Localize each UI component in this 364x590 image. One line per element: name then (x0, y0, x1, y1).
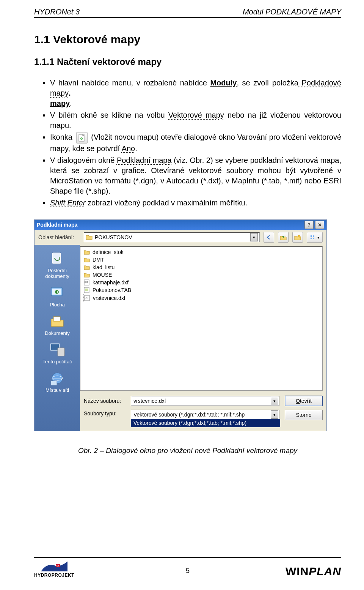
list-item: Shift Enter zobrazí vložený podklad v ma… (50, 198, 341, 208)
folder-icon (83, 271, 90, 278)
filename-input[interactable]: vrstevnice.dxf ▾ (131, 396, 279, 406)
page-number: 5 (186, 567, 190, 575)
help-button[interactable]: ? (304, 221, 314, 229)
list-item[interactable]: MOUSE (83, 271, 319, 279)
list-item: V hlavní nabídce menu, v rozbalené nabíd… (50, 78, 341, 109)
list-item: Ikonka (Vložit novou mapu) otevře dialog… (50, 132, 341, 154)
dxf-file-icon: DXF (84, 295, 91, 301)
filetype-dropdown-list[interactable]: Vektorové soubory (*.dgn;*.dxf;*.tab; *.… (131, 419, 280, 427)
lookin-label: Oblast hledání: (38, 234, 80, 240)
folder-icon (83, 264, 90, 271)
svg-rect-6 (313, 235, 314, 237)
new-folder-button[interactable] (292, 232, 303, 243)
list-item[interactable]: Pokustonov.TAB (83, 286, 319, 294)
list-item[interactable]: DMT (83, 256, 319, 263)
svg-rect-8 (313, 238, 314, 239)
header-right: Modul PODKLADOVÉ MAPY (243, 8, 341, 16)
svg-text:DXF: DXF (85, 297, 89, 299)
place-network[interactable]: Místa v síti (37, 367, 78, 395)
filetype-option[interactable]: Vektorové soubory (*.dgn;*.dxf;*.tab; *.… (131, 419, 280, 427)
close-button[interactable]: ✕ (315, 221, 324, 229)
svg-point-4 (298, 235, 300, 237)
list-item[interactable]: klad_listu (83, 263, 319, 271)
header-left: HYDRONet 3 (34, 8, 80, 16)
svg-rect-7 (311, 238, 312, 239)
list-item: V dialogovém okně Podkladní mapa (viz. O… (50, 155, 341, 196)
file-open-dialog: Podkladní mapa ? ✕ Oblast hledání: POKUS… (34, 219, 327, 431)
desktop-icon (49, 285, 66, 300)
chevron-down-icon[interactable]: ▾ (271, 397, 278, 405)
tab-file-icon (83, 287, 90, 293)
computer-icon (49, 342, 66, 357)
places-bar: Poslední dokumenty Plocha Dokumenty (35, 245, 80, 431)
chevron-down-icon[interactable]: ▾ (271, 410, 278, 419)
network-icon (49, 371, 66, 386)
svg-rect-25 (85, 289, 88, 291)
view-menu-button[interactable]: ▾ (307, 232, 323, 243)
heading-1-1: 1.1 Vektorové mapy (34, 33, 341, 46)
heading-1-1-1: 1.1.1 Načtení vektorové mapy (34, 57, 341, 67)
list-item[interactable]: definice_stok (83, 248, 319, 256)
up-one-level-button[interactable] (278, 232, 289, 243)
dialog-toolbar: Oblast hledání: POKUSTONOV ▾ ▾ (35, 230, 326, 245)
logo-icon: cz (41, 560, 67, 573)
figure-caption: Obr. 2 – Dialogové okno pro vložení nové… (34, 446, 341, 455)
new-map-icon (76, 132, 88, 144)
file-list[interactable]: definice_stok DMT klad_listu MOUSE (80, 246, 323, 391)
filename-label: Název souboru: (84, 398, 126, 404)
svg-rect-21 (51, 381, 57, 385)
chevron-down-icon[interactable]: ▾ (250, 233, 258, 241)
cancel-button[interactable]: Storno (285, 410, 323, 420)
svg-text:DXF: DXF (85, 281, 88, 283)
place-documents[interactable]: Dokumenty (37, 310, 78, 338)
svg-rect-17 (58, 348, 64, 356)
filetype-label: Soubory typu: (84, 410, 126, 416)
documents-icon (49, 314, 66, 329)
instruction-list: V hlavní nabídce menu, v rozbalené nabíd… (34, 78, 341, 208)
dialog-titlebar: Podkladní mapa ? ✕ (35, 220, 326, 230)
dialog-title: Podkladní mapa (37, 222, 77, 228)
list-item: V bílém okně se klikne na volbu Vektorov… (50, 110, 341, 131)
place-my-computer[interactable]: Tento počítač (37, 338, 78, 367)
page-header: HYDRONet 3 Modul PODKLADOVÉ MAPY (34, 8, 341, 18)
back-button[interactable] (264, 232, 274, 243)
winplan-brand: WINPLAN (286, 565, 341, 578)
place-recent[interactable]: Poslední dokumenty (37, 247, 78, 281)
svg-text:cz: cz (56, 564, 60, 567)
recent-docs-icon (49, 251, 66, 266)
filetype-combo[interactable]: Vektorové soubory (*.dgn;*.dxf;*.tab; *.… (131, 410, 279, 420)
hydroprojekt-logo: cz HYDROPROJEKT (34, 560, 74, 578)
list-item[interactable]: DXF vrstevnice.dxf (83, 294, 319, 302)
lookin-combo[interactable]: POKUSTONOV ▾ (84, 232, 260, 242)
dxf-file-icon: DXF (83, 279, 90, 286)
svg-rect-14 (53, 317, 60, 321)
folder-icon (83, 249, 90, 256)
folder-icon (83, 256, 90, 263)
open-button[interactable]: Otevřít (285, 396, 323, 406)
page-footer: cz HYDROPROJEKT 5 WINPLAN (34, 557, 341, 578)
folder-icon (86, 234, 93, 240)
place-desktop[interactable]: Plocha (37, 281, 78, 310)
list-item[interactable]: DXF katmaphaje.dxf (83, 279, 319, 286)
svg-rect-5 (311, 235, 312, 237)
